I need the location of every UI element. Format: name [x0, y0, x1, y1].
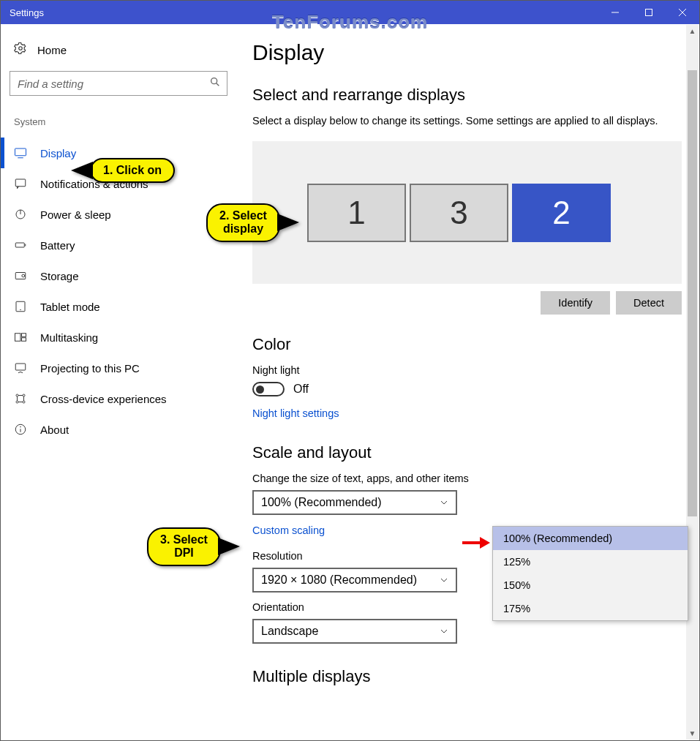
- display-tile-2[interactable]: 2: [512, 184, 611, 242]
- svg-point-4: [19, 47, 23, 50]
- gear-icon: [14, 42, 27, 58]
- scrollbar[interactable]: ▲ ▼: [686, 25, 699, 740]
- svg-rect-9: [15, 179, 26, 187]
- night-light-state: Off: [293, 383, 309, 396]
- sidebar-item-storage[interactable]: Storage: [1, 260, 238, 291]
- info-icon: [14, 423, 27, 436]
- sidebar-item-label: Battery: [40, 239, 75, 252]
- scroll-down-icon[interactable]: ▼: [686, 727, 699, 740]
- power-icon: [14, 208, 27, 221]
- multiple-displays-heading: Multiple displays: [252, 667, 682, 686]
- chevron-down-icon: [440, 627, 448, 636]
- svg-point-28: [20, 426, 21, 427]
- rearrange-heading: Select and rearrange displays: [252, 86, 682, 105]
- night-light-label: Night light: [252, 364, 682, 376]
- svg-point-23: [23, 394, 25, 396]
- callout-2: 2. Select display: [206, 203, 280, 242]
- scale-option-175[interactable]: 175%: [493, 597, 688, 620]
- color-heading: Color: [252, 335, 682, 354]
- orientation-value: Landscape: [261, 625, 318, 638]
- svg-point-15: [22, 274, 25, 277]
- page-title: Display: [252, 40, 682, 65]
- display-icon: [14, 146, 27, 159]
- svg-rect-19: [22, 334, 26, 337]
- svg-rect-21: [15, 364, 26, 370]
- sidebar-item-label: Multitasking: [40, 331, 98, 344]
- home-label: Home: [37, 44, 67, 56]
- sidebar-item-projecting[interactable]: Projecting to this PC: [1, 353, 238, 383]
- svg-rect-20: [22, 338, 26, 342]
- maximize-button[interactable]: [632, 1, 666, 24]
- svg-point-22: [16, 394, 18, 396]
- scale-heading: Scale and layout: [252, 443, 682, 462]
- svg-rect-1: [646, 10, 652, 16]
- minimize-button[interactable]: [598, 1, 632, 24]
- svg-point-25: [23, 401, 25, 403]
- callout-3: 3. Select DPI: [147, 527, 221, 566]
- orientation-combo[interactable]: Landscape: [252, 619, 457, 644]
- sidebar-item-label: Projecting to this PC: [40, 362, 140, 375]
- scale-combo[interactable]: 100% (Recommended): [252, 490, 457, 515]
- crossdevice-icon: [14, 392, 27, 405]
- search-icon: [209, 76, 221, 91]
- display-arrange-area[interactable]: 1 3 2: [252, 141, 682, 284]
- night-light-toggle[interactable]: [252, 382, 285, 396]
- rearrange-desc: Select a display below to change its set…: [252, 115, 682, 127]
- svg-point-5: [211, 78, 217, 84]
- home-link[interactable]: Home: [10, 37, 238, 71]
- scroll-up-icon[interactable]: ▲: [686, 25, 699, 37]
- resolution-value: 1920 × 1080 (Recommended): [261, 573, 417, 587]
- battery-icon: [14, 238, 27, 252]
- scale-label: Change the size of text, apps, and other…: [252, 473, 682, 484]
- display-tile-1[interactable]: 1: [307, 184, 406, 242]
- sidebar: Home System Display Notifications & acti…: [1, 24, 246, 740]
- scale-option-125[interactable]: 125%: [493, 550, 688, 573]
- titlebar: Settings: [1, 1, 699, 24]
- svg-rect-14: [15, 273, 26, 279]
- display-tile-3[interactable]: 3: [410, 184, 508, 242]
- sidebar-item-battery[interactable]: Battery: [1, 230, 238, 260]
- sidebar-item-label: Cross-device experiences: [40, 393, 167, 405]
- svg-rect-12: [15, 243, 24, 247]
- chevron-down-icon: [440, 498, 448, 507]
- callout-1: 1. Click on: [90, 158, 175, 183]
- sidebar-item-tablet[interactable]: Tablet mode: [1, 291, 238, 322]
- storage-icon: [14, 269, 27, 282]
- custom-scaling-link[interactable]: Custom scaling: [252, 524, 325, 536]
- notification-icon: [14, 177, 27, 190]
- main-content: Display Select and rearrange displays Se…: [246, 24, 699, 740]
- sidebar-item-label: Power & sleep: [40, 208, 111, 221]
- scale-dropdown: 100% (Recommended) 125% 150% 175%: [492, 526, 688, 621]
- scrollbar-thumb[interactable]: [688, 70, 697, 516]
- sidebar-item-power[interactable]: Power & sleep: [1, 199, 238, 230]
- identify-button[interactable]: Identify: [541, 291, 610, 315]
- sidebar-item-about[interactable]: About: [1, 414, 238, 445]
- search-field[interactable]: [18, 78, 209, 90]
- tablet-icon: [14, 300, 27, 313]
- svg-rect-18: [15, 334, 21, 342]
- svg-line-6: [217, 83, 219, 86]
- window-title: Settings: [1, 7, 44, 18]
- chevron-down-icon: [440, 576, 448, 584]
- scale-value: 100% (Recommended): [261, 496, 382, 509]
- svg-rect-7: [15, 148, 26, 156]
- scale-option-100[interactable]: 100% (Recommended): [493, 527, 688, 550]
- search-input[interactable]: [10, 71, 227, 96]
- section-label: System: [10, 96, 238, 138]
- sidebar-item-label: Tablet mode: [40, 301, 100, 313]
- sidebar-item-label: About: [40, 424, 69, 436]
- svg-point-24: [16, 401, 18, 403]
- svg-marker-30: [480, 537, 490, 549]
- sidebar-item-multitasking[interactable]: Multitasking: [1, 322, 238, 353]
- scale-option-150[interactable]: 150%: [493, 573, 688, 597]
- projecting-icon: [14, 361, 27, 375]
- resolution-combo[interactable]: 1920 × 1080 (Recommended): [252, 568, 457, 593]
- arrow-icon: [461, 535, 490, 550]
- close-button[interactable]: [666, 1, 699, 24]
- multitasking-icon: [14, 331, 27, 344]
- sidebar-item-label: Display: [40, 147, 76, 159]
- night-light-settings-link[interactable]: Night light settings: [252, 407, 339, 419]
- detect-button[interactable]: Detect: [616, 291, 682, 315]
- sidebar-item-label: Storage: [40, 270, 79, 282]
- sidebar-item-crossdevice[interactable]: Cross-device experiences: [1, 383, 238, 414]
